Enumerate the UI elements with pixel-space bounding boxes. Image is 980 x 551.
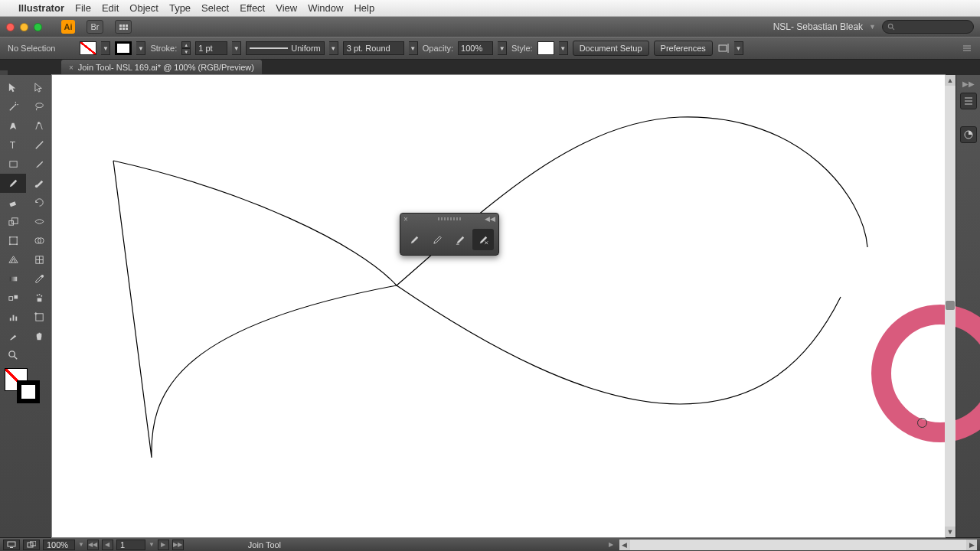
vertical-scrollbar[interactable]: ▲ ▼ — [945, 75, 956, 537]
column-graph-tool[interactable] — [0, 308, 26, 327]
arrange-documents-icon[interactable] — [115, 20, 132, 34]
gpu-preview-icon[interactable] — [3, 540, 20, 550]
paintbrush-tool[interactable] — [26, 155, 52, 174]
selection-tool[interactable] — [0, 78, 26, 97]
scale-tool[interactable] — [0, 212, 26, 231]
menu-help[interactable]: Help — [354, 2, 374, 14]
menu-view[interactable]: View — [276, 2, 297, 14]
document-setup-button[interactable]: Document Setup — [573, 41, 649, 56]
slice-tool[interactable] — [0, 327, 26, 346]
style-dropdown[interactable]: ▼ — [559, 41, 568, 55]
path-eraser-subtool[interactable] — [449, 229, 471, 250]
window-minimize[interactable] — [20, 23, 28, 31]
zoom-dropdown-caret[interactable]: ▼ — [78, 541, 84, 548]
eraser-tool[interactable] — [0, 193, 26, 212]
panel-collapse-icon[interactable]: ◀◀ — [485, 215, 495, 223]
workspace-switcher-caret[interactable]: ▼ — [869, 23, 876, 31]
menu-object[interactable]: Object — [129, 2, 158, 14]
close-tab-icon[interactable]: × — [69, 64, 74, 72]
panel-menu-icon[interactable] — [962, 43, 972, 54]
panel-header[interactable]: × ◀◀ — [400, 214, 498, 224]
stroke-weight-dropdown[interactable]: ▼ — [232, 41, 241, 55]
fill-stroke-indicator[interactable] — [0, 365, 52, 403]
perspective-grid-tool[interactable] — [0, 250, 26, 269]
align-dropdown[interactable]: ▼ — [734, 41, 743, 55]
lasso-tool[interactable] — [26, 97, 52, 116]
scroll-left-arrow[interactable]: ◀ — [619, 540, 630, 550]
menu-window[interactable]: Window — [308, 2, 343, 14]
rectangle-tool[interactable] — [0, 155, 26, 174]
document-tab[interactable]: × Join Tool- NSL 169.ai* @ 100% (RGB/Pre… — [61, 60, 262, 75]
symbol-sprayer-tool[interactable] — [26, 289, 52, 308]
stroke-weight-input[interactable] — [195, 41, 227, 55]
brush-dropdown[interactable]: ▼ — [409, 41, 418, 55]
stroke-dropdown[interactable]: ▼ — [136, 41, 145, 55]
width-tool[interactable] — [26, 212, 52, 231]
help-search[interactable] — [882, 20, 974, 34]
profile-dropdown[interactable]: ▼ — [329, 41, 338, 55]
rotate-tool[interactable] — [26, 193, 52, 212]
fill-dropdown[interactable]: ▼ — [101, 41, 110, 55]
menu-file[interactable]: File — [75, 2, 91, 14]
free-transform-tool[interactable] — [0, 231, 26, 250]
type-tool[interactable]: T — [0, 135, 26, 155]
next-artboard[interactable]: ▶ — [158, 540, 169, 550]
prev-artboard[interactable]: ◀ — [102, 540, 113, 550]
blend-tool[interactable] — [0, 289, 26, 308]
align-to-icon[interactable] — [717, 42, 730, 54]
hand-tool[interactable] — [26, 327, 52, 346]
artboard-tool[interactable] — [26, 308, 52, 327]
window-close[interactable] — [6, 23, 15, 31]
brush-definition[interactable]: 3 pt. Round — [343, 41, 404, 55]
pen-tool[interactable] — [0, 116, 26, 135]
status-menu-caret[interactable]: ▶ — [609, 541, 613, 548]
pencil-subtool[interactable] — [403, 229, 425, 250]
artboard-nav-icon[interactable] — [23, 540, 40, 550]
stroke-color-box[interactable] — [17, 380, 40, 403]
last-artboard[interactable]: ▶▶ — [172, 540, 184, 550]
graphic-style-swatch[interactable] — [537, 41, 554, 55]
eyedropper-tool[interactable] — [26, 269, 52, 289]
artboard-number[interactable]: 1 — [116, 540, 145, 550]
app-menu[interactable]: Illustrator — [18, 2, 64, 14]
pencil-tool-group-panel[interactable]: × ◀◀ — [400, 213, 499, 256]
panel-close-icon[interactable]: × — [403, 215, 408, 223]
horizontal-scrollbar[interactable]: ◀ ▶ — [619, 540, 977, 550]
direct-selection-tool[interactable] — [26, 78, 52, 97]
menu-type[interactable]: Type — [169, 2, 191, 14]
opacity-input[interactable] — [458, 41, 493, 55]
menu-select[interactable]: Select — [201, 2, 229, 14]
stroke-swatch[interactable] — [115, 41, 132, 55]
opacity-dropdown[interactable]: ▼ — [498, 41, 507, 55]
scroll-up-arrow[interactable]: ▲ — [945, 75, 956, 86]
scroll-down-arrow[interactable]: ▼ — [945, 527, 956, 537]
preferences-button[interactable]: Preferences — [654, 41, 713, 56]
stroke-weight-steppers[interactable]: ▲▼ — [181, 41, 191, 55]
window-zoom[interactable] — [34, 23, 42, 31]
expand-panels-icon[interactable]: ▶▶ — [962, 80, 975, 88]
artboard[interactable] — [52, 75, 945, 537]
join-subtool[interactable] — [472, 229, 494, 250]
line-segment-tool[interactable] — [26, 135, 52, 155]
variable-width-profile[interactable]: Uniform — [246, 41, 325, 55]
menu-edit[interactable]: Edit — [102, 2, 119, 14]
color-panel-icon[interactable] — [960, 126, 977, 143]
artboard-dropdown-caret[interactable]: ▼ — [149, 541, 155, 548]
first-artboard[interactable]: ◀◀ — [87, 540, 99, 550]
magic-wand-tool[interactable] — [0, 97, 26, 116]
menu-effect[interactable]: Effect — [240, 2, 265, 14]
smooth-subtool[interactable] — [426, 229, 448, 250]
pencil-tool[interactable] — [0, 174, 26, 193]
zoom-level[interactable]: 100% — [43, 540, 75, 550]
scroll-right-arrow[interactable]: ▶ — [966, 540, 977, 550]
zoom-tool[interactable] — [0, 346, 26, 365]
bridge-icon[interactable]: Br — [87, 20, 103, 34]
libraries-panel-icon[interactable] — [960, 93, 977, 109]
fill-swatch[interactable] — [80, 41, 96, 55]
shape-builder-tool[interactable] — [26, 231, 52, 250]
gradient-tool[interactable] — [0, 269, 26, 289]
workspace-name[interactable]: NSL- Sebastian Bleak — [773, 21, 863, 32]
mesh-tool[interactable] — [26, 250, 52, 269]
vertical-scroll-thumb[interactable] — [946, 301, 955, 310]
curvature-tool[interactable] — [26, 116, 52, 135]
